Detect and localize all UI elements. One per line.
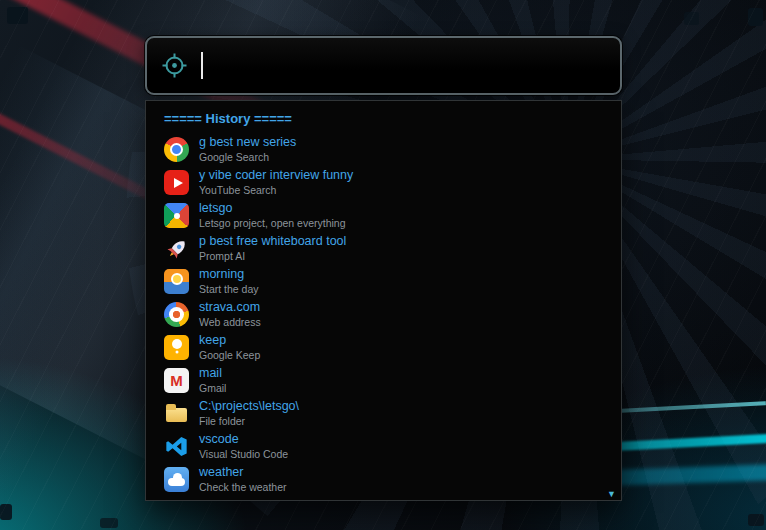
sunrise-icon bbox=[164, 269, 189, 294]
wallpaper-tile bbox=[0, 504, 12, 520]
item-subtitle: Start the day bbox=[199, 283, 259, 296]
wallpaper-tile bbox=[684, 12, 699, 25]
item-subtitle: Gmail bbox=[199, 382, 226, 395]
globe-icon bbox=[164, 302, 189, 327]
item-subtitle: Google Search bbox=[199, 151, 296, 164]
wallpaper-tile bbox=[748, 8, 763, 26]
item-title: strava.com bbox=[199, 300, 261, 315]
wallpaper-tile bbox=[100, 518, 118, 528]
list-item[interactable]: weather Check the weather bbox=[146, 463, 621, 496]
item-subtitle: Prompt AI bbox=[199, 250, 346, 263]
search-box[interactable] bbox=[145, 36, 622, 95]
item-title: p best free whiteboard tool bbox=[199, 234, 346, 249]
list-item[interactable]: keep Google Keep bbox=[146, 331, 621, 364]
item-subtitle: File folder bbox=[199, 415, 299, 428]
item-subtitle: Letsgo project, open everything bbox=[199, 217, 346, 230]
list-item[interactable]: strava.com Web address bbox=[146, 298, 621, 331]
text-caret bbox=[201, 52, 203, 79]
weather-icon bbox=[164, 467, 189, 492]
item-title: C:\projects\letsgo\ bbox=[199, 399, 299, 414]
item-title: letsgo bbox=[199, 201, 346, 216]
item-title: weather bbox=[199, 465, 287, 480]
item-subtitle: Google Keep bbox=[199, 349, 260, 362]
item-title: y vibe coder interview funny bbox=[199, 168, 353, 183]
chrome-icon bbox=[164, 137, 189, 162]
folder-icon bbox=[164, 401, 189, 426]
rocket-icon bbox=[164, 236, 189, 261]
list-item[interactable]: morning Start the day bbox=[146, 265, 621, 298]
list-item[interactable]: M mail Gmail bbox=[146, 364, 621, 397]
item-title: morning bbox=[199, 267, 259, 282]
gmail-icon: M bbox=[164, 368, 189, 393]
list-item[interactable]: vscode Visual Studio Code bbox=[146, 430, 621, 463]
item-subtitle: YouTube Search bbox=[199, 184, 353, 197]
crosshair-icon bbox=[160, 52, 188, 79]
scroll-down-arrow[interactable]: ▼ bbox=[607, 490, 616, 499]
list-item[interactable]: g best new series Google Search bbox=[146, 133, 621, 166]
wallpaper-tile bbox=[7, 7, 28, 24]
history-header: ===== History ===== bbox=[146, 108, 621, 133]
vscode-icon bbox=[164, 434, 189, 459]
youtube-icon bbox=[164, 170, 189, 195]
list-item[interactable]: p best free whiteboard tool Prompt AI bbox=[146, 232, 621, 265]
item-subtitle: Visual Studio Code bbox=[199, 448, 288, 461]
wallpaper-tile bbox=[748, 514, 764, 526]
item-title: keep bbox=[199, 333, 260, 348]
item-title: g best new series bbox=[199, 135, 296, 150]
item-title: vscode bbox=[199, 432, 288, 447]
item-subtitle: Check the weather bbox=[199, 481, 287, 494]
list-item[interactable]: y vibe coder interview funny YouTube Sea… bbox=[146, 166, 621, 199]
history-list: g best new series Google Search y vibe c… bbox=[146, 133, 621, 496]
launcher-window: ===== History ===== g best new series Go… bbox=[145, 36, 622, 501]
item-subtitle: Web address bbox=[199, 316, 261, 329]
keep-icon bbox=[164, 335, 189, 360]
item-title: mail bbox=[199, 366, 226, 381]
letsgo-icon bbox=[164, 203, 189, 228]
results-panel: ===== History ===== g best new series Go… bbox=[145, 100, 622, 501]
search-input[interactable] bbox=[207, 56, 607, 76]
list-item[interactable]: C:\projects\letsgo\ File folder bbox=[146, 397, 621, 430]
list-item[interactable]: letsgo Letsgo project, open everything bbox=[146, 199, 621, 232]
